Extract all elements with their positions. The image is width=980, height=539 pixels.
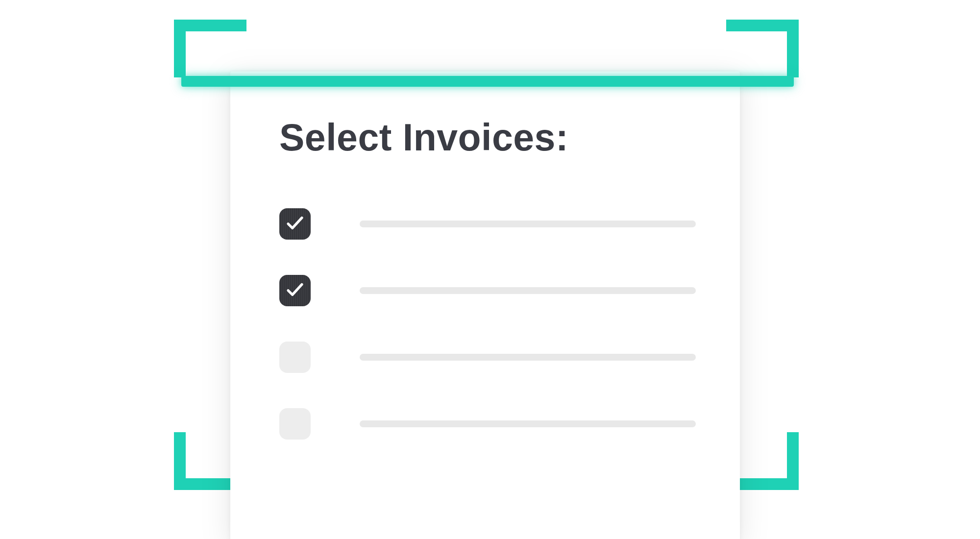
invoice-checkbox[interactable] [279,342,311,373]
invoice-line-placeholder [360,420,696,427]
document-card: Select Invoices: [230,72,740,539]
card-title: Select Invoices: [279,116,696,159]
invoice-rows [279,208,696,440]
checkmark-icon [285,213,305,235]
invoice-row [279,408,696,440]
invoice-checkbox[interactable] [279,275,311,306]
checkmark-icon [285,279,305,302]
invoice-checkbox[interactable] [279,208,311,240]
invoice-row [279,342,696,373]
invoice-row [279,275,696,306]
invoice-line-placeholder [360,287,696,294]
invoice-row [279,208,696,240]
scan-bar [181,76,794,87]
invoice-line-placeholder [360,220,696,227]
invoice-checkbox[interactable] [279,408,311,440]
scan-stage: Select Invoices: [0,0,980,539]
invoice-line-placeholder [360,354,696,361]
